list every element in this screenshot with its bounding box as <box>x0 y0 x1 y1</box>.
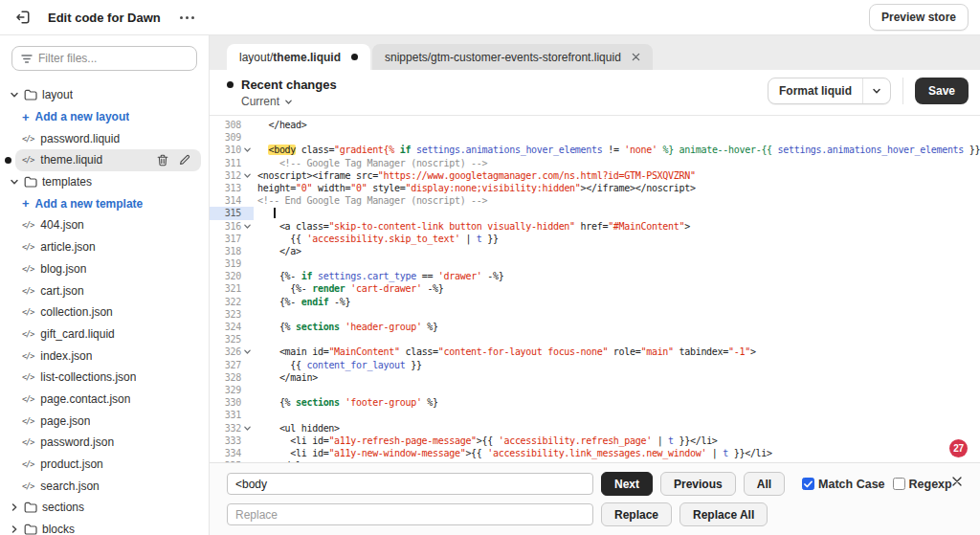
file-search-json[interactable]: </>search.json <box>0 475 209 497</box>
code-line-308: 308 </head> <box>210 119 980 131</box>
code-line-326: 326 <main id="MainContent" class="conten… <box>210 346 980 358</box>
fold-toggle[interactable] <box>241 220 254 233</box>
editor-header: Recent changes Current Format liquid <box>210 70 980 116</box>
file-article-json[interactable]: </>article.json <box>0 236 209 258</box>
code-line-312: 312<noscript><iframe src="https://www.go… <box>210 169 980 182</box>
code-file-icon: </> <box>22 220 33 230</box>
find-input[interactable] <box>227 473 593 495</box>
find-close-button[interactable] <box>951 476 963 487</box>
replace-button[interactable]: Replace <box>601 502 672 526</box>
tab-snippets-gtm-customer-events-storefront-liquid[interactable]: snippets/gtm-customer-events-storefront.… <box>372 44 653 70</box>
add-a-new-template-link[interactable]: +Add a new template <box>0 192 209 214</box>
file-gift-card-liquid[interactable]: </>gift_card.liquid <box>0 323 209 346</box>
match-case-checkbox[interactable]: Match Case <box>802 478 884 491</box>
version-select[interactable]: Current <box>227 95 337 108</box>
previous-button[interactable]: Previous <box>660 472 736 496</box>
line-number: 331 <box>225 409 241 421</box>
code-line-334: 334 <li id="a11y-new-window-message">{{ … <box>210 447 980 459</box>
line-number: 329 <box>225 384 241 396</box>
chevron-down-icon <box>872 86 881 96</box>
save-button[interactable]: Save <box>915 78 969 104</box>
delete-file-icon[interactable] <box>157 154 168 167</box>
format-options-caret[interactable] <box>862 78 890 103</box>
file-page-contact-json[interactable]: </>page.contact.json <box>0 389 209 411</box>
line-number: 311 <box>225 157 241 169</box>
regexp-checkbox[interactable]: Regexp <box>893 478 952 491</box>
error-count-badge[interactable]: 27 <box>949 439 968 457</box>
replace-all-button[interactable]: Replace All <box>679 502 768 526</box>
folder-sections[interactable]: sections <box>0 497 209 519</box>
tab-filename: theme.liquid <box>273 51 341 64</box>
find-replace-bar: Next Previous All Match Case <box>210 462 980 535</box>
code-line-318: 318 </a> <box>210 245 980 257</box>
code-line-315: 315 <box>210 207 980 219</box>
line-number: 324 <box>225 321 241 333</box>
code-file-icon: </> <box>22 329 33 339</box>
next-button[interactable]: Next <box>601 472 653 496</box>
file-blog-json[interactable]: </>blog.json <box>0 258 209 280</box>
line-number: 319 <box>225 257 241 270</box>
filter-icon <box>21 54 33 64</box>
line-number: 315 <box>225 207 241 219</box>
plus-icon: + <box>22 111 30 123</box>
line-number: 322 <box>225 296 241 308</box>
file-page-json[interactable]: </>page.json <box>0 410 209 432</box>
folder-layout[interactable]: layout <box>0 84 209 106</box>
folder-templates[interactable]: templates <box>0 171 209 193</box>
file-list-collections-json[interactable]: </>list-collections.json <box>0 367 209 389</box>
file-password-liquid[interactable]: </>password.liquid <box>0 127 209 149</box>
fold-toggle[interactable] <box>241 144 254 156</box>
more-actions-button[interactable] <box>174 12 200 23</box>
code-line-325: 325 <box>210 333 980 346</box>
file-theme-liquid[interactable]: </>theme.liquid <box>15 149 201 171</box>
file-product-json[interactable]: </>product.json <box>0 454 209 476</box>
folder-blocks[interactable]: blocks <box>0 519 209 535</box>
line-number: 334 <box>225 447 241 459</box>
code-file-icon: </> <box>22 437 33 447</box>
code-line-316: 316 <a class="skip-to-content-link butto… <box>210 220 980 233</box>
chevron-down-icon <box>10 177 19 187</box>
code-line-324: 324 {% sections 'header-group' %} <box>210 321 980 333</box>
format-liquid-button[interactable]: Format liquid <box>768 78 891 104</box>
code-line-319: 319 <box>210 257 980 270</box>
chevron-down-icon <box>284 98 293 106</box>
tab-close-icon[interactable] <box>632 53 640 61</box>
fold-toggle[interactable] <box>241 422 254 435</box>
page-title: Edit code for Dawn <box>48 11 161 25</box>
file-collection-json[interactable]: </>collection.json <box>0 301 209 323</box>
code-line-329: 329 <box>210 384 980 396</box>
preview-store-button[interactable]: Preview store <box>869 4 969 31</box>
code-line-321: 321 {%- render 'cart-drawer' -%} <box>210 282 980 295</box>
folder-icon <box>24 176 37 188</box>
file-404-json[interactable]: </>404.json <box>0 214 209 236</box>
rename-file-icon[interactable] <box>179 154 190 166</box>
fold-toggle[interactable] <box>241 169 254 182</box>
editor-card: Recent changes Current Format liquid <box>210 70 980 535</box>
chevron-down-icon <box>10 90 19 100</box>
unsaved-changes-dot <box>227 81 234 88</box>
tree-item-label: article.json <box>40 240 95 254</box>
code-line-332: 332 <ul hidden> <box>210 422 980 435</box>
tab-layout-theme-liquid[interactable]: layout/theme.liquid <box>227 44 370 70</box>
replace-input[interactable] <box>227 503 593 525</box>
code-file-icon: </> <box>22 481 33 491</box>
fold-toggle[interactable] <box>241 346 254 358</box>
code-editor[interactable]: 308 </head>309310 <body class="gradient{… <box>210 116 980 462</box>
code-line-313: 313height="0" width="0" style="display:n… <box>210 182 980 194</box>
file-index-json[interactable]: </>index.json <box>0 345 209 367</box>
file-cart-json[interactable]: </>cart.json <box>0 279 209 301</box>
line-number: 332 <box>225 422 241 435</box>
match-case-label: Match Case <box>818 478 884 491</box>
code-line-327: 327 {{ content_for_layout }} <box>210 359 980 371</box>
exit-button[interactable] <box>11 6 34 29</box>
line-number: 308 <box>225 119 241 131</box>
tab-bar: layout/theme.liquid snippets/gtm-custome… <box>210 35 980 70</box>
line-number: 321 <box>225 282 241 295</box>
add-a-new-layout-link[interactable]: +Add a new layout <box>0 106 209 128</box>
file-password-json[interactable]: </>password.json <box>0 432 209 454</box>
filter-files-input[interactable] <box>38 52 188 65</box>
code-file-icon: </> <box>22 394 33 404</box>
all-button[interactable]: All <box>744 472 785 496</box>
line-number: 310 <box>225 144 241 156</box>
unsaved-dot <box>5 157 11 164</box>
